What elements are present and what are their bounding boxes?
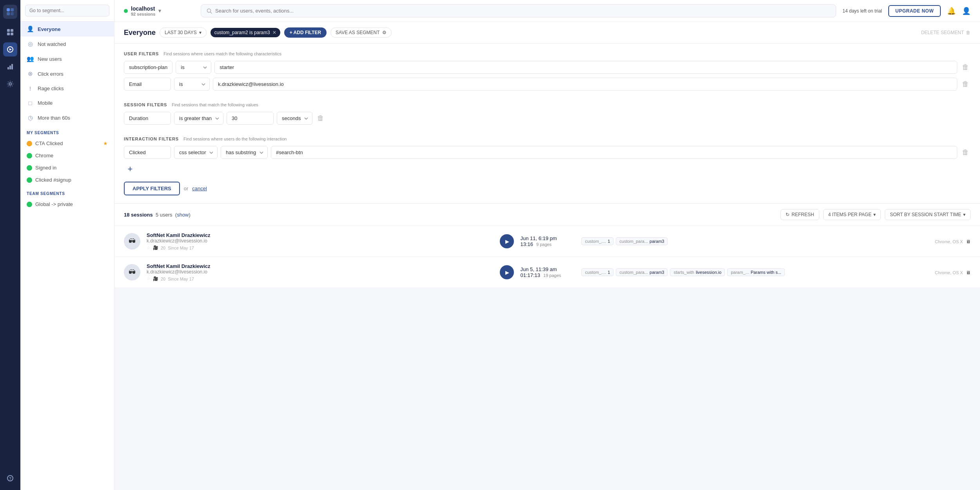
svg-rect-1 <box>11 8 14 11</box>
cancel-link[interactable]: cancel <box>192 186 207 191</box>
sidebar-search-area <box>20 0 114 22</box>
sidebar-item-more-than-60s[interactable]: ◷More than 60s <box>20 110 114 125</box>
nav-icon-settings[interactable] <box>3 77 17 91</box>
svg-rect-12 <box>11 64 13 69</box>
session-filter-unit-1[interactable]: seconds minutes <box>277 112 312 125</box>
sidebar-item-new-users[interactable]: 👥New users <box>20 51 114 66</box>
play-button[interactable]: ▶ <box>500 234 514 248</box>
show-users-link[interactable]: show <box>177 212 189 218</box>
nav-icon-grid[interactable] <box>3 25 17 39</box>
play-icon: ▶ <box>505 239 509 244</box>
filter-bar: Everyone LAST 30 DAYS ▾ custom_param2 is… <box>114 22 980 44</box>
monitor-icon: 🖥 <box>966 239 971 244</box>
segment-label-cta-clicked: CTA Clicked <box>35 140 63 146</box>
interaction-filter-value-1[interactable] <box>271 146 957 159</box>
interaction-filter-delete-1[interactable]: 🗑 <box>960 147 971 158</box>
session-filter-delete-1[interactable]: 🗑 <box>316 113 326 124</box>
notification-bell-icon[interactable]: 🔔 <box>947 7 956 15</box>
nav-icon-help[interactable]: ? <box>3 471 17 485</box>
apply-filters-button[interactable]: APPLY FILTERS <box>124 182 180 195</box>
segment-star-cta-clicked[interactable]: ★ <box>103 140 108 146</box>
delete-segment-button[interactable]: DELETE SEGMENT 🗑 <box>921 30 971 35</box>
sessions-count-text: 92 sessions <box>131 12 155 16</box>
items-per-page-chevron-icon: ▾ <box>873 212 876 217</box>
session-duration: 01:17:13 <box>520 272 540 278</box>
my-segment-chrome[interactable]: Chrome <box>20 149 114 162</box>
nav-icon-analytics[interactable] <box>3 60 17 74</box>
my-segment-clicked-signup[interactable]: Clicked #signup <box>20 174 114 186</box>
segment-search-input[interactable] <box>25 5 109 16</box>
recording-icon: 🎥 <box>153 245 158 250</box>
app-logo[interactable] <box>3 5 17 19</box>
date-range-picker[interactable]: LAST 30 DAYS ▾ <box>160 27 207 38</box>
active-filter-text: custom_param2 is param3 <box>214 30 270 35</box>
user-filter-value-2[interactable] <box>213 78 957 91</box>
my-segment-cta-clicked[interactable]: CTA Clicked ★ <box>20 137 114 149</box>
svg-rect-10 <box>7 67 9 69</box>
session-time-info: Jun 5, 11:39 am 01:17:13 19 pages <box>520 266 575 278</box>
items-per-page-label: 4 ITEMS PER PAGE <box>828 212 871 217</box>
session-user-info: SoftNet Kamil Drazkiewicz k.drazkiewicz@… <box>147 232 494 250</box>
team-segment-global-private[interactable]: Global -> private <box>20 198 114 210</box>
apply-filters-area: APPLY FILTERS or cancel <box>124 182 971 195</box>
save-segment-button[interactable]: SAVE AS SEGMENT ⚙ <box>330 27 391 38</box>
or-text: or <box>184 186 189 191</box>
nav-icon-sessions[interactable] <box>3 42 17 56</box>
user-filter-field-2: Email <box>124 78 171 91</box>
user-filters-title: USER FILTERS Find sessions where users m… <box>124 51 971 56</box>
global-search[interactable] <box>201 4 836 17</box>
tag-key: param_... <box>731 270 749 275</box>
nav-icon-new-users: 👥 <box>27 55 34 62</box>
session-star[interactable]: ☆ <box>147 245 151 250</box>
session-filter-operator-1[interactable]: is greater than is less than is equal to <box>174 112 223 125</box>
nav-label-click-errors: Click errors <box>38 71 64 77</box>
add-condition-button[interactable]: + <box>124 163 136 175</box>
tag-value: param3 <box>650 239 664 244</box>
app-dropdown-icon[interactable]: ▾ <box>158 8 161 14</box>
sidebar-item-rage-clicks[interactable]: !Rage clicks <box>20 81 114 96</box>
user-filter-value-1[interactable] <box>214 61 957 74</box>
delete-segment-label: DELETE SEGMENT <box>921 30 964 35</box>
play-button[interactable]: ▶ <box>500 265 514 279</box>
interaction-filter-condition-1[interactable]: has substring equals starts with <box>221 146 268 159</box>
items-per-page-button[interactable]: 4 ITEMS PER PAGE ▾ <box>823 209 881 220</box>
session-user-email: k.drazkiewicz@livesession.io <box>147 269 494 275</box>
search-icon <box>207 8 212 14</box>
sidebar-item-not-watched[interactable]: ◎Not watched <box>20 36 114 51</box>
sidebar-item-everyone[interactable]: 👤Everyone <box>20 22 114 36</box>
interaction-filters-title: INTERACTION FILTERS Find sessions where … <box>124 137 971 141</box>
session-tag: custom_.... 1 <box>581 237 613 245</box>
interaction-filter-operator-1[interactable]: css selector text id <box>174 146 218 159</box>
add-filter-label: + ADD FILTER <box>290 30 321 35</box>
session-pages: 19 pages <box>543 273 561 278</box>
segment-label-chrome: Chrome <box>35 153 53 158</box>
session-star[interactable]: ☆ <box>147 276 151 281</box>
session-filter-row-1: Duration is greater than is less than is… <box>124 112 971 125</box>
session-tag: custom_para... param3 <box>616 237 668 245</box>
search-input[interactable] <box>215 8 830 14</box>
recording-icon: 🎥 <box>153 276 158 281</box>
segment-title: Everyone <box>124 29 156 37</box>
sidebar-item-click-errors[interactable]: ⊗Click errors <box>20 66 114 81</box>
sidebar-item-mobile[interactable]: □Mobile <box>20 96 114 110</box>
refresh-button[interactable]: ↻ REFRESH <box>780 209 819 220</box>
user-filter-delete-2[interactable]: 🗑 <box>960 78 971 90</box>
session-tag: starts_with livesession.io <box>670 268 725 276</box>
table-row: 🕶 SoftNet Kamil Drazkiewicz k.drazkiewic… <box>114 257 980 288</box>
user-filter-operator-1[interactable]: is is not contains <box>176 61 211 74</box>
user-filter-operator-2[interactable]: is is not contains <box>174 78 210 91</box>
svg-rect-3 <box>11 12 14 15</box>
table-row: 🕶 SoftNet Kamil Drazkiewicz k.drazkiewic… <box>114 226 980 257</box>
session-filter-value-1[interactable] <box>227 112 274 125</box>
user-profile-icon[interactable]: 👤 <box>962 7 971 15</box>
nav-items-list: 👤Everyone◎Not watched👥New users⊗Click er… <box>20 22 114 125</box>
sidebar: 👤Everyone◎Not watched👥New users⊗Click er… <box>20 0 114 490</box>
remove-filter-icon[interactable]: ✕ <box>272 30 276 35</box>
my-segment-signed-in[interactable]: Signed in <box>20 162 114 174</box>
user-filter-delete-1[interactable]: 🗑 <box>960 62 971 73</box>
session-date: Jun 11, 6:19 pm <box>520 235 575 241</box>
svg-rect-4 <box>7 29 10 32</box>
add-filter-button[interactable]: + ADD FILTER <box>284 27 327 38</box>
upgrade-button[interactable]: UPGRADE NOW <box>888 5 941 17</box>
sort-button[interactable]: SORT BY SESSION START TIME ▾ <box>885 209 971 220</box>
